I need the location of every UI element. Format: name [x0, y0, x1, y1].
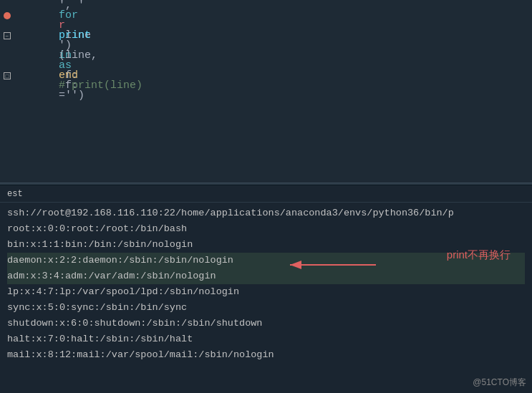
term-line-5: adm:x:3:4:adm:/var/adm:/sbin/nologin — [7, 268, 525, 284]
gutter-1 — [0, 12, 14, 19]
term-line-7: sync:x:5:0:sync:/sbin:/bin/sync — [7, 300, 525, 316]
tab-label: est — [7, 189, 23, 199]
fold-icon-2[interactable]: □ — [4, 72, 11, 79]
watermark: @51CTO博客 — [473, 377, 526, 389]
term-line-8: shutdown:x:6:0:shutdown:/sbin:/sbin/shut… — [7, 316, 525, 331]
term-line-9: halt:x:7:0:halt:/sbin:/sbin/halt — [7, 331, 525, 347]
term-line-1: ssh://root@192.168.116.110:22/home/appli… — [7, 205, 525, 221]
comment: # print(line) — [59, 79, 142, 92]
arrow-icon — [283, 254, 376, 276]
terminal-tab[interactable]: est — [0, 185, 532, 203]
terminal-area: est ssh://root@192.168.116.110:22/home/a… — [0, 185, 532, 393]
annotation-text: print不再换行 — [447, 248, 511, 262]
annotation: print不再换行 — [447, 248, 511, 262]
editor-area: with open(' /etc/passwd ', ' r ') as f: … — [0, 0, 532, 183]
code-line-4: □ # print(line) — [0, 66, 532, 86]
fold-icon[interactable]: − — [4, 32, 11, 39]
term-line-6: lp:x:4:7:lp:/var/spool/lpd:/sbin/nologin — [7, 284, 525, 300]
breakpoint-dot — [4, 12, 11, 19]
term-line-2: root:x:0:0:root:/root:/bin/bash — [7, 221, 525, 237]
terminal-content: ssh://root@192.168.116.110:22/home/appli… — [0, 203, 532, 366]
code-content-4: # print(line) — [14, 36, 532, 116]
gutter-2: − — [0, 32, 14, 39]
gutter-4: □ — [0, 72, 14, 79]
term-line-10: mail:x:8:12:mail:/var/spool/mail:/sbin/n… — [7, 347, 525, 363]
